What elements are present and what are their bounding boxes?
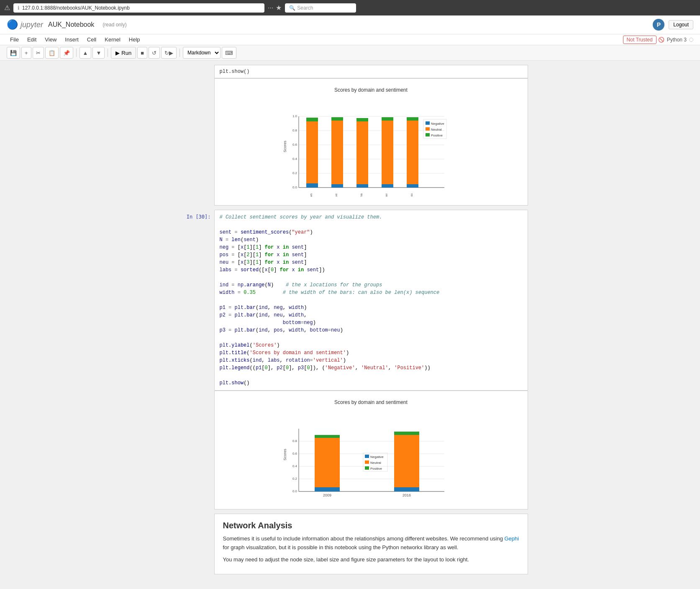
restart-run-button[interactable]: ↻▶ <box>161 47 177 59</box>
python-logo: P <box>653 19 664 31</box>
network-text-section: Network Analysis Sometimes it is useful … <box>214 514 528 574</box>
svg-rect-44 <box>365 460 369 464</box>
chart1-output-area: Scores by domain and sentiment Scores 0.… <box>172 78 528 206</box>
bar2-pos-1 <box>315 435 340 438</box>
header-right: P Logout <box>653 19 693 31</box>
bar-pos-4 <box>382 117 393 121</box>
move-up-button[interactable]: ▲ <box>79 47 92 59</box>
jupyter-header: 🔵 jupyter AUK_Notebook (read only) P Log… <box>0 15 700 34</box>
restart-button[interactable]: ↺ <box>149 47 160 59</box>
plt-show-code: plt.show() <box>220 68 523 75</box>
search-placeholder: Search <box>297 5 313 11</box>
svg-rect-42 <box>365 455 369 458</box>
bar2-neg-2 <box>394 487 419 491</box>
cell-prompt-top <box>172 65 214 78</box>
jupyter-logo-icon: 🔵 <box>7 19 18 30</box>
svg-text:issuu: issuu <box>410 193 413 197</box>
svg-rect-22 <box>426 127 430 131</box>
browser-extra-actions: ··· ★ <box>268 4 282 12</box>
save-button[interactable]: 💾 <box>7 47 20 59</box>
run-label: Run <box>121 50 131 56</box>
url-text: 127.0.0.1:8888/notebooks/AUK_Notebook.ip… <box>22 5 130 11</box>
menu-insert[interactable]: Insert <box>62 35 82 44</box>
bar-neg-2 <box>331 184 343 188</box>
svg-text:Positive: Positive <box>370 467 382 471</box>
menu-view[interactable]: View <box>41 35 60 44</box>
star-icon[interactable]: ★ <box>276 4 282 12</box>
bar-neu-4 <box>382 121 393 184</box>
svg-text:Scores: Scores <box>283 448 287 460</box>
bar-neg-3 <box>356 184 368 188</box>
toolbar-sep3 <box>179 49 180 57</box>
cell-prompt-in30: In [30]: <box>172 210 214 391</box>
lock-icon: ℹ <box>18 5 20 11</box>
chart2-container: Scores by domain and sentiment Scores 0.… <box>219 395 523 505</box>
bar-neg-5 <box>407 184 418 188</box>
cell-type-select[interactable]: Markdown <box>183 47 221 59</box>
svg-text:2009: 2009 <box>323 493 331 497</box>
chart2-svg: Scores 0.0 0.2 0.4 0.6 0.8 <box>281 409 461 501</box>
menu-edit[interactable]: Edit <box>24 35 40 44</box>
bar2-neu-1 <box>315 438 340 487</box>
network-section-wrapper: Network Analysis Sometimes it is useful … <box>172 514 528 574</box>
copy-button[interactable]: 📋 <box>45 47 59 59</box>
svg-text:Scores: Scores <box>283 140 287 152</box>
network-heading: Network Analysis <box>223 521 519 530</box>
bar-pos-3 <box>356 118 368 121</box>
svg-text:Positive: Positive <box>431 134 443 137</box>
network-para1: Sometimes it is useful to include inform… <box>223 535 519 552</box>
svg-text:0.2: 0.2 <box>292 171 297 175</box>
svg-text:Neutral: Neutral <box>370 461 381 465</box>
cell-body-in30[interactable]: # Collect sentiment scores by year and v… <box>214 210 528 391</box>
menu-cell[interactable]: Cell <box>84 35 100 44</box>
nav-icon: ⚠ <box>4 4 10 12</box>
svg-rect-24 <box>426 133 430 136</box>
svg-text:0.2: 0.2 <box>292 477 297 481</box>
kernel-status-dot <box>689 38 693 42</box>
cell-input-in30[interactable]: # Collect sentiment scores by year and v… <box>215 210 528 390</box>
run-button[interactable]: ▶ Run <box>111 47 136 59</box>
cell-in30: In [30]: # Collect sentiment scores by y… <box>172 210 528 391</box>
paste-button[interactable]: 📌 <box>60 47 73 59</box>
toolbar-sep2 <box>108 49 108 57</box>
bar2-pos-2 <box>394 432 419 435</box>
move-down-button[interactable]: ▼ <box>92 47 105 59</box>
svg-text:0.6: 0.6 <box>292 143 297 147</box>
menu-file[interactable]: File <box>7 35 22 44</box>
svg-text:0.8: 0.8 <box>292 129 297 132</box>
menu-help[interactable]: Help <box>126 35 144 44</box>
gephi-link[interactable]: Gephi <box>504 535 519 542</box>
notebook-title[interactable]: AUK_Notebook <box>48 21 94 28</box>
more-icon[interactable]: ··· <box>268 4 273 12</box>
chart1-svg: Scores 0.0 0.2 0.4 0.6 0.8 1.0 <box>281 96 461 197</box>
svg-text:accuweather: accuweather <box>385 193 388 197</box>
chart2-title: Scores by domain and sentiment <box>223 399 519 405</box>
browser-search-bar[interactable]: 🔍 Search <box>285 3 356 13</box>
menu-kernel[interactable]: Kernel <box>101 35 124 44</box>
cut-button[interactable]: ✂ <box>33 47 44 59</box>
readonly-badge: (read only) <box>103 22 126 28</box>
bar-pos-2 <box>331 117 343 121</box>
browser-nav-buttons: ⚠ <box>4 4 10 12</box>
url-bar[interactable]: ℹ 127.0.0.1:8888/notebooks/AUK_Notebook.… <box>13 3 264 13</box>
svg-text:schema: schema <box>360 193 363 197</box>
main-content: plt.show() Scores by domain and sentimen… <box>0 61 700 589</box>
svg-text:Negative: Negative <box>431 122 444 126</box>
chart2-output-area: Scores by domain and sentiment Scores 0.… <box>172 391 528 509</box>
keyboard-shortcuts-button[interactable]: ⌨ <box>222 47 236 59</box>
toolbar-sep1 <box>76 49 77 57</box>
chart1-container: Scores by domain and sentiment Scores 0.… <box>219 83 523 201</box>
svg-rect-20 <box>426 121 430 125</box>
svg-text:1.0: 1.0 <box>292 114 297 118</box>
bar-neu-3 <box>356 121 368 184</box>
toolbar: 💾 + ✂ 📋 📌 ▲ ▼ ▶ Run ■ ↺ ↻▶ Markdown ⌨ <box>0 45 700 61</box>
logout-button[interactable]: Logout <box>669 20 693 29</box>
chart2-prompt <box>172 391 214 509</box>
add-cell-button[interactable]: + <box>21 47 31 59</box>
bar-pos-5 <box>407 117 418 121</box>
comment-line: # Collect sentiment scores by year and v… <box>220 214 382 220</box>
bar2-neg-1 <box>315 487 340 491</box>
svg-text:2016: 2016 <box>402 493 410 497</box>
stop-button[interactable]: ■ <box>137 47 147 59</box>
not-trusted-button[interactable]: Not Trusted <box>623 36 656 44</box>
